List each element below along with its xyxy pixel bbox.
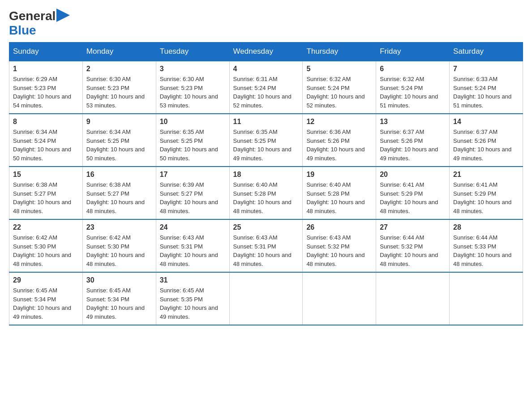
- day-info: Sunrise: 6:45 AM Sunset: 5:35 PM Dayligh…: [160, 286, 226, 321]
- calendar-cell: 7 Sunrise: 6:33 AM Sunset: 5:24 PM Dayli…: [450, 61, 523, 114]
- day-info: Sunrise: 6:39 AM Sunset: 5:27 PM Dayligh…: [160, 180, 226, 215]
- day-info: Sunrise: 6:35 AM Sunset: 5:25 PM Dayligh…: [233, 128, 299, 163]
- calendar-cell: 28 Sunrise: 6:44 AM Sunset: 5:33 PM Dayl…: [450, 219, 523, 272]
- day-number: 18: [233, 171, 299, 179]
- calendar-cell: 29 Sunrise: 6:45 AM Sunset: 5:34 PM Dayl…: [9, 272, 83, 325]
- calendar-cell: 6 Sunrise: 6:32 AM Sunset: 5:24 PM Dayli…: [376, 61, 450, 114]
- day-number: 29: [13, 276, 79, 284]
- page-header: General Blue: [9, 9, 523, 38]
- calendar-cell: 8 Sunrise: 6:34 AM Sunset: 5:24 PM Dayli…: [9, 114, 83, 167]
- calendar-cell: 3 Sunrise: 6:30 AM Sunset: 5:23 PM Dayli…: [156, 61, 229, 114]
- week-row-1: 1 Sunrise: 6:29 AM Sunset: 5:23 PM Dayli…: [9, 61, 523, 114]
- day-number: 20: [380, 171, 446, 179]
- calendar-cell: 30 Sunrise: 6:45 AM Sunset: 5:34 PM Dayl…: [82, 272, 156, 325]
- week-row-4: 22 Sunrise: 6:42 AM Sunset: 5:30 PM Dayl…: [9, 219, 523, 272]
- week-row-2: 8 Sunrise: 6:34 AM Sunset: 5:24 PM Dayli…: [9, 114, 523, 167]
- day-info: Sunrise: 6:30 AM Sunset: 5:23 PM Dayligh…: [86, 75, 152, 110]
- calendar-cell: [376, 272, 450, 325]
- day-info: Sunrise: 6:44 AM Sunset: 5:33 PM Dayligh…: [453, 233, 519, 268]
- day-number: 31: [160, 276, 226, 284]
- day-number: 16: [86, 171, 152, 179]
- day-info: Sunrise: 6:38 AM Sunset: 5:27 PM Dayligh…: [86, 180, 152, 215]
- day-info: Sunrise: 6:37 AM Sunset: 5:26 PM Dayligh…: [380, 128, 446, 163]
- calendar-cell: 21 Sunrise: 6:41 AM Sunset: 5:29 PM Dayl…: [450, 167, 523, 219]
- day-number: 1: [13, 65, 79, 73]
- day-info: Sunrise: 6:41 AM Sunset: 5:29 PM Dayligh…: [453, 180, 519, 215]
- calendar-cell: 16 Sunrise: 6:38 AM Sunset: 5:27 PM Dayl…: [82, 167, 156, 219]
- calendar-cell: 22 Sunrise: 6:42 AM Sunset: 5:30 PM Dayl…: [9, 219, 83, 272]
- day-number: 28: [453, 223, 519, 231]
- header-saturday: Saturday: [450, 43, 523, 61]
- calendar-cell: 26 Sunrise: 6:43 AM Sunset: 5:32 PM Dayl…: [303, 219, 376, 272]
- day-number: 5: [306, 65, 372, 73]
- day-info: Sunrise: 6:32 AM Sunset: 5:24 PM Dayligh…: [380, 75, 446, 110]
- calendar-cell: 10 Sunrise: 6:35 AM Sunset: 5:25 PM Dayl…: [156, 114, 229, 167]
- day-info: Sunrise: 6:34 AM Sunset: 5:24 PM Dayligh…: [13, 128, 79, 163]
- header-tuesday: Tuesday: [156, 43, 229, 61]
- day-number: 24: [160, 223, 226, 231]
- calendar-cell: 11 Sunrise: 6:35 AM Sunset: 5:25 PM Dayl…: [229, 114, 303, 167]
- calendar-cell: 19 Sunrise: 6:40 AM Sunset: 5:28 PM Dayl…: [303, 167, 376, 219]
- header-friday: Friday: [376, 43, 450, 61]
- calendar-cell: 1 Sunrise: 6:29 AM Sunset: 5:23 PM Dayli…: [9, 61, 83, 114]
- calendar-cell: 15 Sunrise: 6:38 AM Sunset: 5:27 PM Dayl…: [9, 167, 83, 219]
- day-number: 21: [453, 171, 519, 179]
- day-info: Sunrise: 6:32 AM Sunset: 5:24 PM Dayligh…: [306, 75, 372, 110]
- day-number: 9: [86, 118, 152, 126]
- calendar-cell: 4 Sunrise: 6:31 AM Sunset: 5:24 PM Dayli…: [229, 61, 303, 114]
- day-number: 30: [86, 276, 152, 284]
- calendar-cell: 5 Sunrise: 6:32 AM Sunset: 5:24 PM Dayli…: [303, 61, 376, 114]
- calendar-table: SundayMondayTuesdayWednesdayThursdayFrid…: [9, 42, 523, 325]
- calendar-cell: [229, 272, 303, 325]
- svg-marker-0: [56, 9, 70, 22]
- calendar-cell: 13 Sunrise: 6:37 AM Sunset: 5:26 PM Dayl…: [376, 114, 450, 167]
- day-info: Sunrise: 6:44 AM Sunset: 5:32 PM Dayligh…: [380, 233, 446, 268]
- day-number: 17: [160, 171, 226, 179]
- header-wednesday: Wednesday: [229, 43, 303, 61]
- week-row-5: 29 Sunrise: 6:45 AM Sunset: 5:34 PM Dayl…: [9, 272, 523, 325]
- day-number: 2: [86, 65, 152, 73]
- day-info: Sunrise: 6:35 AM Sunset: 5:25 PM Dayligh…: [160, 128, 226, 163]
- calendar-cell: 18 Sunrise: 6:40 AM Sunset: 5:28 PM Dayl…: [229, 167, 303, 219]
- header-thursday: Thursday: [303, 43, 376, 61]
- logo: General Blue: [9, 9, 70, 38]
- day-number: 6: [380, 65, 446, 73]
- day-number: 4: [233, 65, 299, 73]
- week-row-3: 15 Sunrise: 6:38 AM Sunset: 5:27 PM Dayl…: [9, 167, 523, 219]
- day-info: Sunrise: 6:41 AM Sunset: 5:29 PM Dayligh…: [380, 180, 446, 215]
- day-number: 10: [160, 118, 226, 126]
- day-number: 8: [13, 118, 79, 126]
- calendar-cell: [303, 272, 376, 325]
- day-info: Sunrise: 6:43 AM Sunset: 5:32 PM Dayligh…: [306, 233, 372, 268]
- day-info: Sunrise: 6:33 AM Sunset: 5:24 PM Dayligh…: [453, 75, 519, 110]
- day-info: Sunrise: 6:38 AM Sunset: 5:27 PM Dayligh…: [13, 180, 79, 215]
- day-info: Sunrise: 6:45 AM Sunset: 5:34 PM Dayligh…: [86, 286, 152, 321]
- day-info: Sunrise: 6:43 AM Sunset: 5:31 PM Dayligh…: [233, 233, 299, 268]
- day-number: 14: [453, 118, 519, 126]
- calendar-header-row: SundayMondayTuesdayWednesdayThursdayFrid…: [9, 43, 523, 61]
- day-number: 27: [380, 223, 446, 231]
- calendar-cell: 14 Sunrise: 6:37 AM Sunset: 5:26 PM Dayl…: [450, 114, 523, 167]
- day-number: 19: [306, 171, 372, 179]
- day-info: Sunrise: 6:37 AM Sunset: 5:26 PM Dayligh…: [453, 128, 519, 163]
- calendar-cell: [450, 272, 523, 325]
- header-monday: Monday: [82, 43, 156, 61]
- day-number: 15: [13, 171, 79, 179]
- day-number: 12: [306, 118, 372, 126]
- day-number: 3: [160, 65, 226, 73]
- calendar-cell: 9 Sunrise: 6:34 AM Sunset: 5:25 PM Dayli…: [82, 114, 156, 167]
- calendar-cell: 31 Sunrise: 6:45 AM Sunset: 5:35 PM Dayl…: [156, 272, 229, 325]
- day-info: Sunrise: 6:40 AM Sunset: 5:28 PM Dayligh…: [233, 180, 299, 215]
- day-info: Sunrise: 6:30 AM Sunset: 5:23 PM Dayligh…: [160, 75, 226, 110]
- day-number: 26: [306, 223, 372, 231]
- day-number: 13: [380, 118, 446, 126]
- day-info: Sunrise: 6:31 AM Sunset: 5:24 PM Dayligh…: [233, 75, 299, 110]
- day-number: 7: [453, 65, 519, 73]
- calendar-cell: 25 Sunrise: 6:43 AM Sunset: 5:31 PM Dayl…: [229, 219, 303, 272]
- day-info: Sunrise: 6:45 AM Sunset: 5:34 PM Dayligh…: [13, 286, 79, 321]
- day-info: Sunrise: 6:29 AM Sunset: 5:23 PM Dayligh…: [13, 75, 79, 110]
- calendar-cell: 2 Sunrise: 6:30 AM Sunset: 5:23 PM Dayli…: [82, 61, 156, 114]
- logo-arrow-icon: [56, 9, 70, 22]
- day-number: 23: [86, 223, 152, 231]
- header-sunday: Sunday: [9, 43, 83, 61]
